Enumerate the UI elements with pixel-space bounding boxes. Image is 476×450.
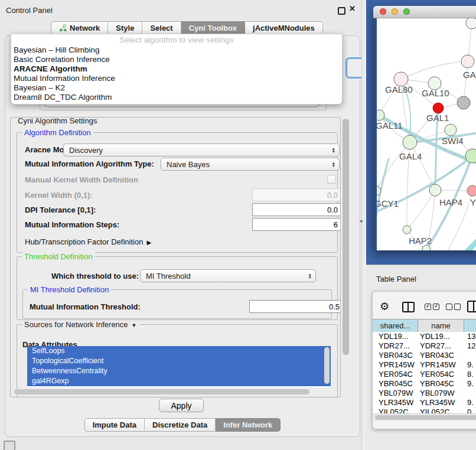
table-cell: 9.: [464, 398, 476, 407]
table-cell: 9.: [464, 360, 476, 370]
network-canvas[interactable]: GALGAL80GAL10GAL1GAL11SWI4GAL4GCY1HAP4YH…: [377, 18, 476, 250]
mi-type-value: Naive Bayes: [167, 160, 210, 169]
algorithm-option[interactable]: Basic Correlation Inference: [11, 55, 342, 64]
network-node-hap4[interactable]: [429, 184, 441, 196]
data-attributes-list[interactable]: SelfLoopsTopologicalCoefficientBetweenne…: [27, 346, 331, 387]
desktop-area: GALGAL80GAL10GAL1GAL11SWI4GAL4GCY1HAP4YH…: [366, 0, 476, 450]
scrollbar-thumb[interactable]: [343, 119, 349, 355]
control-panel-tabbar: NetworkStyleSelectCyni ToolboxjActiveMNo…: [51, 21, 323, 35]
algorithm-option[interactable]: Mutual Information Inference: [11, 74, 342, 83]
table-row[interactable]: YLR345WYLR345W9.: [373, 398, 476, 407]
aracne-mode-select[interactable]: Discovery ▲▼: [63, 144, 340, 156]
scrollbar-thumb[interactable]: [375, 415, 476, 420]
network-node[interactable]: [457, 96, 470, 109]
mi-type-select[interactable]: Naive Bayes ▲▼: [161, 158, 340, 171]
settings-vertical-scrollbar[interactable]: [342, 117, 350, 392]
table-panel-title: Table Panel: [376, 275, 416, 283]
list-scrollbar[interactable]: [324, 347, 330, 384]
minimize-traffic-light-icon[interactable]: [392, 8, 398, 15]
algorithm-option[interactable]: ARACNE Algorithm: [11, 64, 342, 74]
node-label: Y: [470, 197, 476, 207]
settings-gear-icon[interactable]: ⚙: [380, 300, 389, 313]
column-header[interactable]: name: [418, 319, 464, 332]
expander-expanded-icon[interactable]: ▼: [132, 322, 137, 328]
tab-discretize-data[interactable]: Discretize Data: [145, 418, 216, 432]
network-node-swi4[interactable]: [445, 124, 457, 136]
select-checkboxes-icon[interactable]: ✓✓: [425, 304, 439, 310]
table-cell: YLR345W: [373, 398, 418, 407]
network-node-gal[interactable]: [461, 55, 474, 68]
table-row[interactable]: YBR045CYBR045C9.: [373, 379, 476, 389]
attribute-item-selected[interactable]: TopologicalCoefficient: [27, 356, 331, 366]
manual-kernel-checkbox[interactable]: [327, 175, 336, 184]
column-header[interactable]: shared...: [373, 319, 418, 332]
mi-threshold-field[interactable]: [249, 300, 341, 313]
scrollbar-thumb[interactable]: [14, 389, 309, 394]
table-row[interactable]: YPR145WYPR145W9.: [373, 360, 476, 370]
tab-infer-network[interactable]: Infer Network: [216, 418, 281, 432]
settings-legend: Cyni Algorithm Settings: [15, 117, 99, 125]
zoom-traffic-light-icon[interactable]: [403, 8, 410, 15]
table-cell: YDR27...: [418, 341, 464, 351]
node-label: GCY1: [377, 198, 399, 208]
sources-legend[interactable]: Sources for Network Inference▼: [22, 320, 139, 329]
which-threshold-select[interactable]: MI Threshold ▲▼: [140, 269, 316, 282]
network-node-gal1[interactable]: [433, 103, 444, 113]
table-row[interactable]: YER054CYER054C8.: [373, 370, 476, 379]
network-node-y[interactable]: [467, 185, 476, 196]
deselect-checkboxes-icon[interactable]: [446, 304, 461, 310]
table-cell: 13: [464, 332, 476, 341]
algorithm-option[interactable]: Bayesian – K2: [11, 83, 342, 93]
close-icon[interactable]: ✕: [349, 4, 356, 13]
network-edge[interactable]: [448, 220, 476, 250]
tab-cyni-toolbox[interactable]: Cyni Toolbox: [181, 21, 245, 35]
mi-threshold-label: Mutual Information Threshold:: [30, 301, 141, 313]
expander-collapsed-icon[interactable]: ▶: [146, 239, 151, 246]
mi-steps-field[interactable]: [252, 218, 341, 231]
table-cell: [464, 351, 476, 360]
table-row[interactable]: YDL19...YDL19...13: [373, 332, 476, 341]
node-label: GAL4: [399, 151, 422, 161]
network-graph[interactable]: GALGAL80GAL10GAL1GAL11SWI4GAL4GCY1HAP4YH…: [377, 18, 476, 250]
tab-select[interactable]: Select: [142, 21, 181, 35]
network-node-gal4[interactable]: [403, 135, 417, 149]
table-row[interactable]: YDR27...YDR27...12: [373, 341, 476, 351]
dock-panel-icon[interactable]: [4, 441, 15, 450]
algorithm-option[interactable]: Bayesian – Hill Climbing: [11, 45, 342, 55]
settings-horizontal-scrollbar[interactable]: [14, 389, 333, 395]
attribute-item-selected[interactable]: SelfLoops: [27, 346, 331, 356]
table-row[interactable]: YBR043CYBR043C: [373, 351, 476, 360]
network-node-hap2[interactable]: [403, 226, 411, 234]
stepper-arrows-icon: ▲▼: [332, 161, 335, 168]
table-view-icon[interactable]: [467, 301, 476, 312]
column-header[interactable]: [464, 319, 476, 332]
table-panel: Table Panel ⚙ ✓✓ shared...name YDL19...Y…: [366, 265, 476, 450]
node-label: GAL80: [385, 84, 413, 94]
table-cell: YBR045C: [373, 379, 418, 389]
tab-jactivemnodules[interactable]: jActiveMNodules: [245, 21, 323, 35]
table-row[interactable]: YBL079WYBL079W: [373, 389, 476, 398]
network-window-titlebar[interactable]: [373, 6, 476, 18]
attribute-item-selected[interactable]: BetweennessCentrality: [27, 366, 331, 376]
close-traffic-light-icon[interactable]: [380, 8, 386, 15]
apply-button[interactable]: Apply: [159, 399, 204, 412]
table-body: YDL19...YDL19...13YDR27...YDR27...12YBR0…: [373, 332, 476, 413]
tab-impute-data[interactable]: Impute Data: [84, 418, 145, 432]
tab-network[interactable]: Network: [51, 21, 108, 35]
table-cell: YBL079W: [418, 389, 464, 398]
float-window-icon[interactable]: [338, 7, 345, 15]
network-edge[interactable]: [401, 61, 468, 79]
network-node-gal11[interactable]: [377, 110, 384, 120]
table-row[interactable]: YIL052CYIL052C0.: [373, 407, 476, 413]
kernel-width-field[interactable]: [252, 188, 341, 201]
table-horizontal-scrollbar[interactable]: [373, 413, 476, 421]
network-node[interactable]: [466, 18, 476, 29]
dpi-tolerance-field[interactable]: [252, 203, 341, 216]
splitter-collapse-icon[interactable]: ◄: [358, 219, 363, 224]
attribute-item-selected[interactable]: gal4RGexp: [27, 376, 331, 386]
column-view-icon[interactable]: [402, 302, 415, 312]
algorithm-option[interactable]: Dream8 DC_TDC Algorithm: [11, 93, 342, 102]
network-node[interactable]: [422, 245, 431, 250]
hub-expander[interactable]: Hub/Transcription Factor Definition▶: [25, 236, 151, 248]
tab-style[interactable]: Style: [108, 21, 142, 35]
